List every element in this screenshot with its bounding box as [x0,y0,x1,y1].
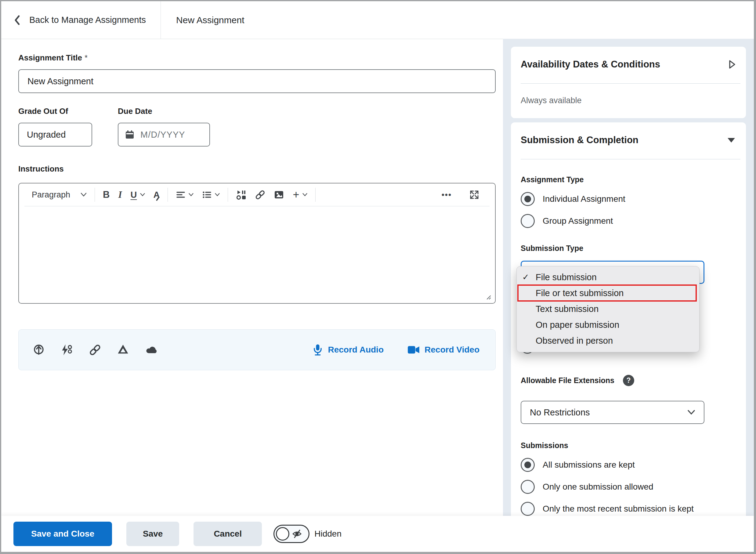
due-date-placeholder: M/D/YYYY [140,130,185,140]
more-actions-button[interactable]: ••• [438,186,456,203]
radio-all-submissions-kept[interactable]: All submissions are kept [521,458,736,472]
font-color-button[interactable]: A [149,186,164,203]
chevron-down-icon [687,410,695,415]
record-audio-button[interactable]: Record Audio [311,343,386,356]
toolbar-divider [228,188,228,202]
fullscreen-icon [469,190,479,200]
insert-stuff-icon [236,189,246,200]
submission-type-label: Submission Type [521,244,736,253]
underline-dropdown[interactable]: U [126,186,149,203]
chevron-down-icon [140,193,145,197]
file-extensions-select[interactable]: No Restrictions [521,401,704,424]
radio-most-recent-submission[interactable]: Only the most recent submission is kept [521,502,736,516]
radio-individual-assignment[interactable]: Individual Assignment [521,192,736,206]
insert-link-button[interactable] [250,186,270,203]
insert-image-button[interactable] [270,186,288,203]
chevron-down-icon [80,192,87,197]
upload-file-button[interactable] [33,344,45,356]
bold-button[interactable]: B [99,186,114,203]
onedrive-button[interactable] [145,344,158,356]
action-footer: Save and Close Save Cancel Hidden [1,516,754,552]
editor-toolbar: Paragraph B I U A [19,183,495,206]
submission-card-header[interactable]: Submission & Completion [521,134,736,146]
radio-button[interactable] [521,480,535,494]
assignment-title-input[interactable] [18,69,496,93]
assignment-title-label: Assignment Title* [18,53,88,62]
dropdown-option-observed-in-person[interactable]: Observed in person [518,333,696,348]
list-dropdown[interactable] [198,186,224,203]
dropdown-option-file-or-text-submission[interactable]: File or text submission [518,285,696,301]
dropdown-option-on-paper-submission[interactable]: On paper submission [518,317,696,333]
italic-button[interactable]: I [114,186,126,203]
back-label: Back to Manage Assignments [29,15,146,25]
allowable-file-extensions-label: Allowable File Extensions [521,376,615,385]
required-asterisk: * [84,53,88,62]
radio-button-checked[interactable] [521,458,535,472]
submissions-label: Submissions [521,441,736,450]
chevron-down-icon [302,193,307,197]
attach-existing-activity-button[interactable] [61,344,73,356]
insert-stuff-button[interactable] [232,186,250,203]
grade-out-of-label: Grade Out Of [18,107,92,116]
availability-status: Always available [521,96,736,107]
editor-text-area[interactable] [19,206,495,304]
card-divider [521,83,741,84]
paragraph-style-dropdown[interactable]: Paragraph [25,186,91,203]
calendar-icon [124,129,135,140]
cancel-button[interactable]: Cancel [193,522,262,546]
submission-type-dropdown-menu: ✓ File submission File or text submissio… [516,266,700,352]
google-drive-button[interactable] [117,344,129,356]
lightning-activity-icon [61,344,73,356]
visibility-toggle[interactable] [274,525,309,543]
chevron-down-icon [189,193,193,197]
record-video-button[interactable]: Record Video [406,345,481,355]
instructions-label: Instructions [18,164,496,174]
radio-button[interactable] [521,502,535,516]
fullscreen-button[interactable] [465,186,483,203]
chevron-left-icon [13,15,22,25]
dropdown-option-text-submission[interactable]: Text submission [518,301,696,317]
help-icon[interactable]: ? [623,375,634,386]
radio-only-one-submission[interactable]: Only one submission allowed [521,480,736,494]
image-icon [274,189,284,200]
checkmark-icon: ✓ [522,272,529,282]
save-and-close-button[interactable]: Save and Close [13,522,112,546]
availability-card: Availability Dates & Conditions Always a… [511,47,746,118]
radio-group-assignment[interactable]: Group Assignment [521,214,736,228]
bullet-list-icon [202,190,212,200]
rich-text-editor: Paragraph B I U A [18,183,496,304]
google-drive-icon [117,344,129,356]
attachments-bar: Record Audio Record Video [18,329,496,370]
toolbar-divider [315,188,315,202]
visibility-toggle-label: Hidden [314,529,342,539]
align-dropdown[interactable] [172,186,198,203]
save-button[interactable]: Save [126,522,179,546]
settings-sidebar: Availability Dates & Conditions Always a… [503,39,754,516]
radio-button-checked[interactable] [521,192,535,206]
submission-title: Submission & Completion [521,134,639,146]
eye-slash-icon [292,529,302,539]
radio-button[interactable] [521,214,535,228]
chevron-down-icon [215,193,220,197]
grade-out-of-input[interactable] [18,123,92,147]
video-camera-icon [407,345,420,355]
dropdown-option-file-submission[interactable]: ✓ File submission [518,269,696,285]
main-content: Assignment Title* Grade Out Of Due Date [1,39,506,516]
attach-weblink-button[interactable] [89,344,101,356]
availability-card-header[interactable]: Availability Dates & Conditions [521,59,736,70]
toolbar-divider [95,188,95,202]
toggle-knob[interactable] [276,527,289,541]
onedrive-cloud-icon [145,344,158,356]
grade-due-row: Grade Out Of Due Date M/D/YYYY [18,107,496,147]
chevron-down-triangle-icon [726,136,736,144]
due-date-label: Due Date [118,107,210,116]
resize-handle[interactable] [485,293,491,301]
due-date-input[interactable]: M/D/YYYY [118,123,210,147]
align-icon [176,190,186,200]
assignment-type-label: Assignment Type [521,175,736,184]
header: Back to Manage Assignments New Assignmen… [1,1,754,39]
insert-more-dropdown[interactable]: + [288,186,311,203]
availability-title: Availability Dates & Conditions [521,59,660,70]
card-divider [521,159,741,159]
back-to-manage-assignments-link[interactable]: Back to Manage Assignments [1,1,161,39]
